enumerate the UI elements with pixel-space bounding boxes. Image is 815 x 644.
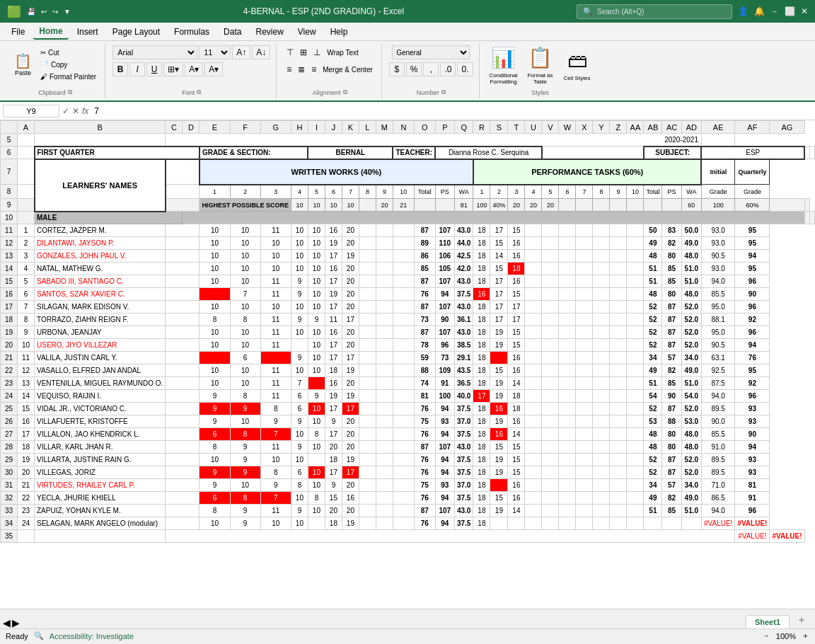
col-O[interactable]: O <box>414 121 435 134</box>
merge-center-button[interactable]: Merge & Center <box>320 62 376 76</box>
accessibility-text[interactable]: Accessibility: Investigate <box>50 632 134 640</box>
menu-file[interactable]: File <box>6 25 30 39</box>
ribbon: 📋 Paste ✂ Cut 📄 Copy 🖌 Format Painter <box>0 41 815 102</box>
col-N[interactable]: N <box>393 121 414 134</box>
increase-font-button[interactable]: A↑ <box>232 45 250 59</box>
col-X[interactable]: X <box>576 121 593 134</box>
col-P[interactable]: P <box>435 121 454 134</box>
currency-button[interactable]: $ <box>389 62 405 76</box>
search-bar[interactable]: 🔍 Search (Alt+Q) <box>577 4 732 19</box>
scroll-tabs-right[interactable]: ▶ <box>12 617 20 628</box>
app-icon: 🟩 <box>7 5 21 18</box>
menu-help[interactable]: Help <box>325 25 354 39</box>
col-H[interactable]: H <box>291 121 308 134</box>
font-expand-icon[interactable]: ⧉ <box>197 88 201 96</box>
col-AC[interactable]: AC <box>662 121 681 134</box>
col-Y[interactable]: Y <box>593 121 610 134</box>
col-AF[interactable]: AF <box>735 121 770 134</box>
conditional-formatting-button[interactable]: 📊 Conditional Formatting <box>487 47 521 84</box>
row-5[interactable]: 5 <box>1 134 18 146</box>
col-AB[interactable]: AB <box>644 121 662 134</box>
increase-decimal-button[interactable]: .0 <box>440 62 456 76</box>
decrease-font-button[interactable]: A↓ <box>252 45 270 59</box>
align-center-button[interactable]: ≣ <box>295 62 308 76</box>
col-F[interactable]: F <box>230 121 260 134</box>
align-middle-button[interactable]: ⊞ <box>297 45 310 59</box>
comma-button[interactable]: , <box>423 62 439 76</box>
row-10[interactable]: 10 <box>1 212 18 224</box>
col-M[interactable]: M <box>376 121 393 134</box>
menu-formulas[interactable]: Formulas <box>168 25 215 39</box>
zoom-in-button[interactable]: ＋ <box>802 631 809 641</box>
col-B[interactable]: B <box>35 121 166 134</box>
menu-review[interactable]: Review <box>250 25 289 39</box>
col-Z[interactable]: Z <box>610 121 627 134</box>
clipboard-expand-icon[interactable]: ⧉ <box>68 88 72 96</box>
menu-view[interactable]: View <box>292 25 322 39</box>
sheet-container[interactable]: A B C D E F G H I J K L M N O P Q R S T <box>0 120 815 609</box>
col-V[interactable]: V <box>542 121 559 134</box>
row-8[interactable]: 8 <box>1 185 18 199</box>
col-Q[interactable]: Q <box>454 121 473 134</box>
col-AG[interactable]: AG <box>770 121 804 134</box>
col-C[interactable]: C <box>166 121 183 134</box>
col-A[interactable]: A <box>18 121 35 134</box>
col-U[interactable]: U <box>525 121 542 134</box>
col-J[interactable]: J <box>325 121 342 134</box>
zoom-out-button[interactable]: － <box>763 631 770 641</box>
number-expand-icon[interactable]: ⧉ <box>441 88 446 96</box>
alignment-expand-icon[interactable]: ⧉ <box>343 88 347 96</box>
fill-color-button[interactable]: A▾ <box>185 62 203 76</box>
name-box[interactable]: Y9 <box>3 105 59 117</box>
col-S[interactable]: S <box>490 121 508 134</box>
row-6[interactable]: 6 <box>1 146 18 159</box>
table-row: 25 15 VIDAL JR., VICTORIANO C. 998610171… <box>1 403 815 415</box>
col-D[interactable]: D <box>183 121 200 134</box>
paste-button[interactable]: 📋 Paste <box>11 52 35 78</box>
col-K[interactable]: K <box>342 121 359 134</box>
row-9[interactable]: 9 <box>1 199 18 212</box>
bold-button[interactable]: B <box>112 62 128 76</box>
cut-button[interactable]: ✂ Cut <box>37 47 99 58</box>
col-T[interactable]: T <box>508 121 525 134</box>
font-size-select[interactable]: 11 <box>199 45 231 59</box>
col-W[interactable]: W <box>559 121 576 134</box>
wrap-text-button[interactable]: Wrap Text <box>324 45 362 59</box>
align-top-button[interactable]: ⊤ <box>284 45 296 59</box>
column-header-row: A B C D E F G H I J K L M N O P Q R S T <box>1 121 815 134</box>
sheet-tab-sheet1[interactable]: Sheet1 <box>746 615 790 628</box>
underline-button[interactable]: U <box>146 62 162 76</box>
decrease-decimal-button[interactable]: 0. <box>457 62 473 76</box>
col-G[interactable]: G <box>260 121 291 134</box>
menu-data[interactable]: Data <box>218 25 247 39</box>
formula-input[interactable] <box>91 105 812 117</box>
percent-button[interactable]: % <box>406 62 422 76</box>
font-color-button[interactable]: A▾ <box>204 62 223 76</box>
italic-button[interactable]: I <box>129 62 145 76</box>
menu-insert[interactable]: Insert <box>71 25 104 39</box>
align-right-button[interactable]: ≡ <box>308 62 319 76</box>
format-painter-button[interactable]: 🖌 Format Painter <box>37 71 99 82</box>
col-L[interactable]: L <box>359 121 376 134</box>
col-AD[interactable]: AD <box>681 121 701 134</box>
formula-cancel-icon[interactable]: ✕ <box>72 106 79 116</box>
formula-check-icon[interactable]: ✓ <box>62 106 69 116</box>
font-name-select[interactable]: Arial <box>112 45 197 59</box>
col-AE[interactable]: AE <box>701 121 734 134</box>
number-format-select[interactable]: General <box>392 45 470 59</box>
col-R[interactable]: R <box>473 121 490 134</box>
menu-page-layout[interactable]: Page Layout <box>107 25 166 39</box>
col-E[interactable]: E <box>200 121 230 134</box>
border-button[interactable]: ⊞▾ <box>163 62 183 76</box>
align-bottom-button[interactable]: ⊥ <box>311 45 323 59</box>
format-table-button[interactable]: 📋 Format as Table <box>524 47 557 84</box>
add-sheet-button[interactable]: ＋ <box>791 611 812 628</box>
col-AA[interactable]: AA <box>627 121 644 134</box>
row-7[interactable]: 7 <box>1 159 18 185</box>
col-I[interactable]: I <box>308 121 325 134</box>
copy-button[interactable]: 📄 Copy <box>37 59 99 70</box>
scroll-tabs-left[interactable]: ◀ <box>3 617 11 628</box>
align-left-button[interactable]: ≡ <box>284 62 294 76</box>
cell-styles-button[interactable]: 🗃 Cell Styles <box>560 47 594 84</box>
menu-home[interactable]: Home <box>33 24 68 40</box>
